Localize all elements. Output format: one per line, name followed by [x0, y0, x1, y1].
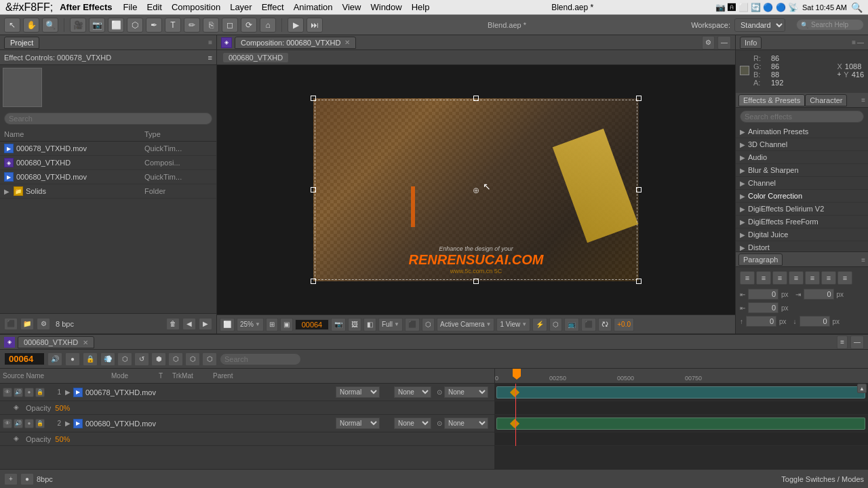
- align-justify-right[interactable]: ≡: [821, 271, 836, 285]
- para-space-after[interactable]: [800, 316, 830, 327]
- live-update[interactable]: ↺: [134, 352, 149, 366]
- menu-view[interactable]: View: [342, 2, 361, 12]
- lock-switch-2[interactable]: 🔒: [35, 419, 45, 428]
- hand-tool[interactable]: ✋: [23, 18, 39, 33]
- track-row-1[interactable]: [495, 384, 868, 401]
- new-folder-btn[interactable]: 📁: [20, 318, 34, 330]
- solo-toggle[interactable]: ●: [65, 352, 80, 366]
- tab-paragraph[interactable]: Paragraph: [738, 253, 783, 266]
- list-item[interactable]: ◈ 000680_VTXHD Composi...: [0, 156, 216, 170]
- comp-flowchart[interactable]: 🗘: [598, 318, 612, 331]
- para-indent-left[interactable]: [748, 289, 778, 300]
- opengl-toggle[interactable]: ⬡: [549, 318, 562, 331]
- layer-2-trkmat-select[interactable]: None: [394, 418, 431, 429]
- next-btn[interactable]: ▶: [199, 318, 212, 330]
- menu-help[interactable]: Help: [412, 2, 430, 12]
- list-item[interactable]: ▶ 000678_VTXHD.mov QuickTim...: [0, 142, 216, 156]
- timeline-extra-3[interactable]: ⬡: [202, 352, 217, 366]
- list-item[interactable]: ▶ 📁 Solids Folder: [0, 184, 216, 199]
- comp-tab-close[interactable]: ✕: [344, 39, 350, 46]
- align-right[interactable]: ≡: [772, 271, 787, 285]
- breadcrumb-item[interactable]: 000680_VTXHD: [222, 52, 289, 63]
- tab-character[interactable]: Character: [805, 94, 847, 106]
- clone-tool[interactable]: ⎘: [203, 18, 219, 33]
- para-menu[interactable]: ≡: [861, 256, 865, 264]
- zoom-select[interactable]: 25% ▼: [237, 318, 264, 331]
- opacity-value-2[interactable]: 50%: [55, 435, 70, 443]
- prev-btn[interactable]: ◀: [182, 318, 196, 330]
- track-scroll-up[interactable]: ▲: [857, 384, 867, 393]
- effects-category-delirium[interactable]: ▶ DigiEffects Delirium V2: [736, 203, 868, 216]
- roto-tool[interactable]: ⟳: [241, 18, 257, 33]
- mask-tool[interactable]: ⬡: [127, 18, 143, 33]
- effects-category-juice[interactable]: ▶ Digital Juice: [736, 228, 868, 241]
- effects-category-audio[interactable]: ▶ Audio: [736, 151, 868, 164]
- views-select[interactable]: 1 View ▼: [496, 318, 530, 331]
- draft-3d[interactable]: ⬢: [151, 352, 166, 366]
- toggle-switches-label[interactable]: Toggle Switches / Modes: [781, 475, 864, 483]
- opacity-value-1[interactable]: 50%: [55, 404, 70, 412]
- menu-file[interactable]: File: [123, 2, 138, 12]
- menu-composition[interactable]: Composition: [172, 2, 220, 12]
- effects-category-blur[interactable]: ▶ Blur & Sharpen: [736, 164, 868, 177]
- effect-controls-close[interactable]: ≡: [208, 54, 212, 62]
- tab-timeline[interactable]: 000680_VTXHD ✕: [18, 336, 94, 348]
- align-justify-left[interactable]: ≡: [789, 271, 804, 285]
- layer-2-mode-select[interactable]: Normal: [336, 418, 380, 429]
- show-snapshot[interactable]: 🖼: [348, 318, 361, 331]
- effects-search-input[interactable]: [740, 110, 864, 123]
- timeline-search[interactable]: [220, 353, 301, 365]
- solo-switch-2[interactable]: ●: [24, 419, 34, 428]
- menu-window[interactable]: Window: [370, 2, 401, 12]
- para-space-before[interactable]: [746, 316, 776, 327]
- lock-toggle[interactable]: 🔒: [83, 352, 98, 366]
- lock-switch-1[interactable]: 🔒: [35, 388, 45, 397]
- list-item[interactable]: ▶ 000680_VTXHD.mov QuickTim...: [0, 170, 216, 184]
- tab-info[interactable]: Info: [740, 37, 762, 49]
- effects-category-distort[interactable]: ▶ Distort: [736, 241, 868, 251]
- frame-blend[interactable]: ⬡: [117, 352, 132, 366]
- current-time-display[interactable]: 00064: [4, 352, 45, 365]
- timeline-settings[interactable]: ≡: [837, 336, 848, 349]
- video-preview[interactable]: 📺: [564, 318, 579, 331]
- track-row-2[interactable]: [495, 415, 868, 432]
- effects-category-freeform[interactable]: ▶ DigiEffects FreeForm: [736, 216, 868, 228]
- track-bar-2[interactable]: [496, 418, 865, 430]
- resolution-select[interactable]: Full ▼: [378, 318, 403, 331]
- puppet-tool[interactable]: ⌂: [260, 18, 276, 33]
- selection-tool[interactable]: ↖: [4, 18, 20, 33]
- menu-effect[interactable]: Effect: [262, 2, 284, 12]
- pixel-aspect[interactable]: ▣: [280, 318, 293, 331]
- project-search-input[interactable]: [4, 113, 212, 125]
- video-switch-2[interactable]: 👁: [3, 419, 12, 428]
- para-first-indent[interactable]: [748, 302, 778, 313]
- camera-tool-3[interactable]: ⬜: [108, 18, 124, 33]
- folder-expand[interactable]: ▶: [4, 188, 12, 195]
- zoom-tool[interactable]: 🔍: [42, 18, 58, 33]
- workspace-select[interactable]: Standard: [734, 18, 785, 32]
- timeline-extra-1[interactable]: ⬡: [168, 352, 183, 366]
- layer-2-expand[interactable]: ▶: [64, 420, 72, 428]
- camera-tool-2[interactable]: 📷: [89, 18, 105, 33]
- align-center[interactable]: ≡: [756, 271, 771, 285]
- solo-switch-1[interactable]: ●: [24, 388, 34, 397]
- align-left[interactable]: ≡: [740, 271, 755, 285]
- pen-tool[interactable]: ✒: [146, 18, 162, 33]
- track-bar-1[interactable]: [496, 386, 865, 399]
- show-channel[interactable]: ◧: [363, 318, 376, 331]
- search-help-input[interactable]: 🔍 Search Help: [796, 19, 864, 30]
- menu-animation[interactable]: Animation: [294, 2, 333, 12]
- play-controls-2[interactable]: ⏭: [307, 18, 323, 33]
- new-item-btn[interactable]: ⬛: [4, 318, 18, 330]
- video-switch-1[interactable]: 👁: [3, 388, 12, 397]
- panel-close[interactable]: ≡: [208, 39, 212, 46]
- timeline-minimize[interactable]: —: [850, 336, 864, 349]
- play-controls[interactable]: ▶: [288, 18, 304, 33]
- time-ruler[interactable]: 0 00250 00500 00750: [495, 369, 868, 384]
- fit-view[interactable]: ⊞: [266, 318, 278, 331]
- panel-menu[interactable]: ≡: [852, 39, 856, 46]
- effects-category-channel[interactable]: ▶ Channel: [736, 177, 868, 190]
- viewer-minimize[interactable]: —: [717, 36, 731, 49]
- audio-toggle[interactable]: 🔊: [47, 352, 62, 366]
- tab-effects-presets[interactable]: Effects & Presets: [738, 94, 805, 106]
